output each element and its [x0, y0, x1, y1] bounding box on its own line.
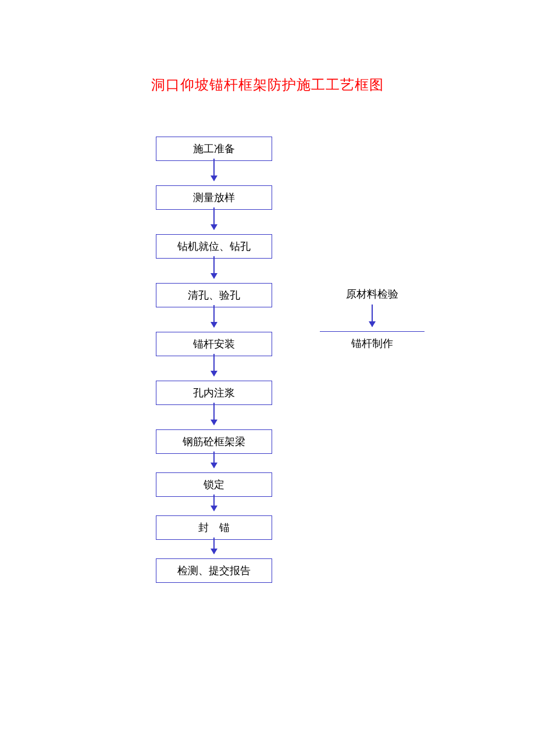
step-box-5: 锚杆安装	[156, 332, 272, 356]
step-box-4: 清孔、验孔	[156, 283, 272, 307]
step-label: 孔内注浆	[193, 387, 235, 399]
step-box-9: 封 锚	[156, 515, 272, 540]
step-box-3: 钻机就位、钻孔	[156, 234, 272, 259]
diagram-title: 洞口仰坡锚杆框架防护施工工艺框图	[0, 76, 535, 94]
step-label: 检测、提交报告	[177, 565, 251, 576]
step-label: 锚杆制作	[351, 338, 393, 349]
step-box-2: 测量放样	[156, 185, 272, 210]
step-label: 测量放样	[193, 192, 235, 203]
step-label: 锚杆安装	[193, 338, 235, 350]
step-label: 封 锚	[198, 522, 230, 533]
step-label: 钢筋砼框架梁	[183, 436, 245, 447]
step-box-8: 锁定	[156, 472, 272, 497]
side-step-box-1: 原材料检验	[320, 282, 425, 306]
step-box-6: 孔内注浆	[156, 381, 272, 405]
side-step-box-2: 锚杆制作	[320, 331, 425, 355]
step-label: 原材料检验	[346, 288, 398, 300]
step-label: 清孔、验孔	[188, 289, 240, 301]
step-box-1: 施工准备	[156, 137, 272, 161]
step-label: 锁定	[204, 479, 224, 490]
step-box-10: 检测、提交报告	[156, 558, 272, 583]
step-label: 钻机就位、钻孔	[177, 241, 251, 252]
step-box-7: 钢筋砼框架梁	[156, 429, 272, 454]
step-label: 施工准备	[193, 143, 235, 155]
